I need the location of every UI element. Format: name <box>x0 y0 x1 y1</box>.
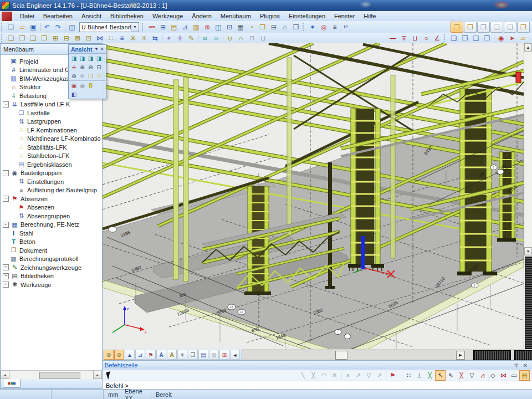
toolbar-grip[interactable] <box>303 23 305 31</box>
tree-expander[interactable] <box>11 119 16 124</box>
save-icon[interactable]: ▣ <box>28 22 39 32</box>
window-layout-6-icon[interactable]: ❐ <box>517 22 530 33</box>
dimension-icon[interactable]: ∓ <box>398 33 410 43</box>
tree-item-absenzen[interactable]: - ⚑ Absenzen <box>1 195 102 203</box>
menu-item[interactable]: Datei <box>16 12 39 20</box>
polyline-icon[interactable]: ⊔ <box>410 33 421 43</box>
tree-item-einstellungen[interactable]: ⇅ Einstellungen <box>8 177 102 186</box>
paste-1-icon[interactable]: ❏ <box>448 33 459 43</box>
scroll-right-icon[interactable]: ▶ <box>456 351 465 360</box>
tree-item-stahlbeton-lfk[interactable]: ∴ Stahlbeton-LFK <box>8 152 102 161</box>
reverse-icon[interactable]: ⇆ <box>150 33 161 43</box>
tree-expander[interactable] <box>11 213 16 218</box>
tree-expander[interactable] <box>11 188 16 193</box>
tree-item-lf-kombinationen[interactable]: ∴ LF-Kombinationen <box>8 126 102 135</box>
title-bar[interactable]: Scia Engineer 14.1.76 - [U-Bühne4-Bestan… <box>0 0 532 11</box>
cut-icon[interactable]: ∩ <box>236 33 247 43</box>
tip-icon[interactable]: ✶ <box>307 22 318 32</box>
clipboard-icon[interactable]: ▥ <box>191 22 202 32</box>
tree-item-beton[interactable]: T Beton <box>1 238 102 247</box>
copy-add-icon[interactable]: ❐ <box>17 33 28 43</box>
tree-item-berechnung-fe-netz[interactable]: + ▦ Berechnung, FE-Netz <box>1 221 102 229</box>
chevron-down-icon[interactable]: ▼ <box>94 47 99 52</box>
scroll-down-icon[interactable]: ▼ <box>524 247 532 255</box>
supports-icon[interactable]: ⚑ <box>146 350 156 360</box>
tree-item-bibliotheken[interactable]: + ▤ Bibliotheken <box>1 272 102 281</box>
viewport-hscrollbar[interactable]: ▶ <box>242 350 532 359</box>
menu-item[interactable]: Menübaum <box>216 12 255 20</box>
export-doc-icon[interactable]: ❐ <box>290 22 301 32</box>
selected-element[interactable] <box>516 72 521 83</box>
zoom-out-icon[interactable]: ⊖ <box>86 63 95 71</box>
tree-expander[interactable] <box>3 68 8 73</box>
snap-arc-icon[interactable]: ◠ <box>319 370 329 381</box>
target-node-icon[interactable]: ✛ <box>175 33 186 43</box>
trim-icon[interactable]: ⋈ <box>94 33 105 43</box>
snap-edge-icon[interactable]: ⊿ <box>477 370 488 381</box>
snap-vector-icon[interactable]: ↗ <box>374 370 385 381</box>
coord-system-icon[interactable]: ⊿ <box>180 22 191 32</box>
doc-view-icon[interactable]: ❒ <box>188 350 198 360</box>
new-document-icon[interactable]: ❏ <box>6 22 17 32</box>
render-off-icon[interactable]: ▣ <box>78 81 86 89</box>
unlink-icon[interactable]: ∞ <box>211 33 222 43</box>
snap-center-icon[interactable]: ◇ <box>488 370 498 381</box>
ucs-icon[interactable]: ✛ <box>70 63 78 71</box>
tree-expander[interactable]: - <box>3 170 9 176</box>
hscroll-dark-thumb[interactable] <box>473 350 511 360</box>
tree-expander[interactable] <box>11 127 16 132</box>
tree-item-dokument[interactable]: ❐ Dokument <box>1 246 102 255</box>
tree-item-nichtlineare-lfk[interactable]: ∴ Nichtlineare LF-Kombinatio <box>8 135 102 144</box>
menu-item[interactable]: Plugins <box>255 12 284 20</box>
copy-member-icon[interactable]: ❏ <box>6 33 17 43</box>
web-service-icon[interactable]: ⊛ <box>202 22 213 32</box>
tree-expander[interactable] <box>3 85 8 90</box>
render-mode-icon[interactable]: ✳ <box>177 350 187 360</box>
paste-4-icon[interactable]: ❒ <box>482 33 493 43</box>
window-layout-2-icon[interactable]: ❐ <box>464 22 477 33</box>
zoom-in-icon[interactable]: ⊕ <box>78 63 86 71</box>
weld-icon[interactable]: ∪ <box>224 33 236 43</box>
visibility-icon[interactable]: ☉ <box>95 72 103 80</box>
mirror-icon[interactable]: ⊞ <box>50 33 61 43</box>
tree-item-lastgruppen[interactable]: ⇅ Lastgruppen <box>8 117 102 126</box>
cursor-flag-icon[interactable]: ⚑ <box>387 370 398 381</box>
tree-item-werkzeuge[interactable]: + ✱ Werkzeuge <box>1 280 102 289</box>
zoom-window-icon[interactable]: ⊡ <box>95 63 103 71</box>
tree-expander[interactable]: + <box>3 264 9 270</box>
window-layout-5-icon[interactable]: ❏ <box>504 22 516 33</box>
app-menu-icon[interactable] <box>2 12 12 21</box>
scroll-up-icon[interactable]: ▲ <box>524 43 532 52</box>
tree-expander[interactable] <box>11 136 16 141</box>
window-layout-1-icon[interactable]: ❐ <box>451 22 463 33</box>
snap-triangle-icon[interactable]: ▽ <box>467 370 477 381</box>
tree-item-bauteilgruppen[interactable]: - ◉ Bauteilgruppen <box>1 169 102 178</box>
hscroll-thumb[interactable] <box>335 351 347 360</box>
layers-icon[interactable]: ⊞ <box>157 22 168 32</box>
tree-item-berechnungsprotokoll[interactable]: ▦ Berechnungsprotokoll <box>1 255 102 264</box>
tree-item-zeichnungswerkzeuge[interactable]: + ✎ Zeichnungswerkzeuge <box>1 263 102 272</box>
model-viewport[interactable]: 2285 5492 508 12508 3702 650 1648 2385 5… <box>103 43 532 360</box>
labels-off-icon[interactable]: A <box>167 350 177 360</box>
snap-plane-icon[interactable]: ▽ <box>364 370 374 381</box>
hscroll-dark-thumb[interactable] <box>514 350 532 360</box>
menu-item[interactable]: Bearbeiten <box>39 12 77 20</box>
ungroup-icon[interactable]: ⊔ <box>258 33 269 43</box>
undo-icon[interactable]: ↶ <box>42 22 53 32</box>
window-split-icon[interactable]: ◫ <box>213 22 224 32</box>
view-y-icon[interactable]: ◨ <box>78 54 86 62</box>
zoom-all-icon[interactable]: ⊛ <box>70 72 78 80</box>
menu-item[interactable]: Bibliotheken <box>106 12 148 20</box>
labels-abc-icon[interactable]: A <box>156 350 166 360</box>
tree-item-absenzen-child[interactable]: ⚑ Absenzen <box>8 203 102 212</box>
link-icon[interactable]: ∞ <box>200 33 211 43</box>
tree-item-lastfaelle[interactable]: ❏ Lastfälle <box>8 109 102 117</box>
tree-expander[interactable] <box>11 162 16 167</box>
snap-line-icon[interactable]: ╲ <box>298 370 308 381</box>
combo-dropdown-icon[interactable]: ▼ <box>131 23 139 32</box>
scroll-thumb[interactable] <box>39 372 80 379</box>
tree-expander[interactable]: - <box>3 101 9 108</box>
vscroll-thumb[interactable] <box>525 257 532 349</box>
view-z-icon[interactable]: ◨ <box>86 54 95 62</box>
render-icon[interactable]: ▣ <box>70 81 78 89</box>
